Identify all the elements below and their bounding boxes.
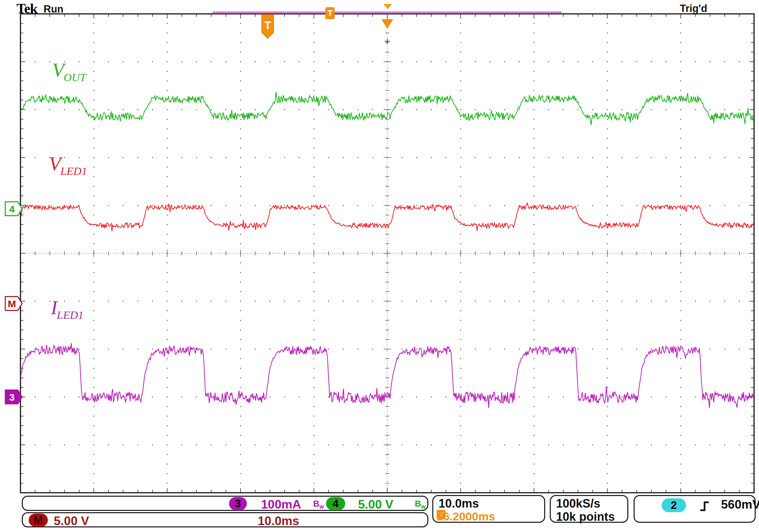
channel-marker-m[interactable]: M [5,297,22,310]
record-length: 10k points [556,510,615,524]
expansion-point-cross-icon [385,39,390,44]
oscilloscope-screen: 4M3T Tek Run Trig'd T VOUT VLED1 ILED1 3… [0,0,759,532]
svg-text:M: M [8,298,16,309]
graticule-and-traces: 4M3T [0,0,759,532]
ch3-badge[interactable]: 3 [229,497,247,510]
trigger-level: 560mV [721,498,759,512]
record-expansion-point-icon[interactable] [383,4,392,9]
math-badge[interactable]: M [29,513,48,527]
label-vled1: VLED1 [49,152,88,175]
channel-marker-3[interactable]: 3 [5,390,22,404]
trigger-position-flag[interactable]: T [262,15,274,38]
ch4-badge[interactable]: 4 [326,497,345,510]
channel-marker-4[interactable]: 4 [5,202,22,216]
trigger-status: Trig'd [680,3,707,15]
ch4-scale: 5.00 V [358,498,393,512]
ch2-badge[interactable]: 2 [662,498,686,512]
acquisition-status: Run [44,3,63,15]
timebase-readout[interactable]: 10.0ms T→▼16.2000ms [432,495,545,523]
trace-v_out [20,92,754,125]
sample-rate: 100kS/s [556,497,600,511]
math-timebase: 10.0ms [258,514,299,528]
timebase-scale: 10.0ms [439,497,479,511]
label-vout: VOUT [52,59,87,82]
svg-text:3: 3 [9,392,15,403]
svg-text:T: T [264,19,271,31]
rising-edge-icon [699,499,714,515]
trigger-delay-value: 16.2000ms [437,510,495,523]
math-scale: 5.00 V [54,514,89,528]
svg-text:4: 4 [9,204,15,215]
ch4-bandwidth-limit-icon: BW [415,499,426,510]
acquisition-readout[interactable]: 100kS/s 10k points [550,495,628,523]
channel-readout-row[interactable]: 3 100mA BW 4 5.00 V BW [22,496,428,511]
math-readout-row[interactable]: M 5.00 V 10.0ms [22,512,428,527]
record-view-bar [213,12,562,13]
record-trigger-position-marker[interactable]: T [325,7,335,19]
trigger-readout[interactable]: 2 560mV [634,495,756,523]
ch3-scale: 100mA [261,498,301,512]
expansion-point-marker[interactable] [381,19,393,29]
label-iled1: ILED1 [51,296,84,319]
ch3-bandwidth-limit-icon: BW [313,499,324,510]
tek-logo: Tek [17,1,37,17]
trace-i_led1 [20,343,754,408]
